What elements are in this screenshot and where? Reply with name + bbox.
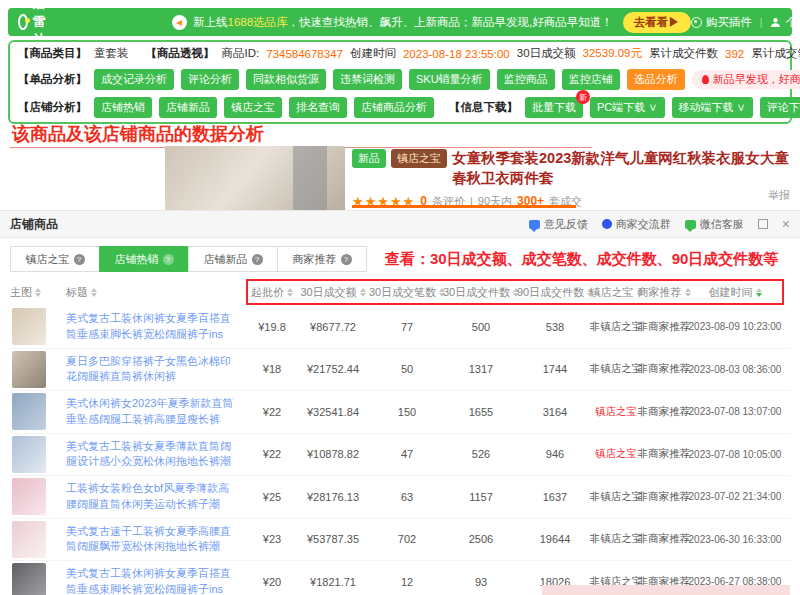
rank-query-button[interactable]: 排名查询 — [289, 97, 347, 118]
product-thumb[interactable] — [12, 521, 46, 558]
cell-price: ¥23 — [248, 533, 296, 545]
review-download-button[interactable]: 评论下载 ∨ — [760, 97, 800, 118]
cell-units30: 500 — [444, 321, 518, 333]
sort-icon-active[interactable] — [756, 288, 762, 297]
cell-price: ¥18 — [248, 363, 296, 375]
go-see-button[interactable]: 去看看▶ — [623, 12, 691, 33]
sort-icon[interactable] — [360, 288, 366, 297]
tab-shop-hot[interactable]: 店铺热销? — [99, 246, 189, 272]
divider: | — [760, 17, 763, 28]
banned-word-check-button[interactable]: 违禁词检测 — [333, 69, 402, 90]
header-gmv30[interactable]: 30日成交额 — [296, 285, 370, 300]
product-thumb[interactable] — [12, 563, 46, 595]
title-cell: 美式复古工装休闲裤女夏季百搭直筒垂感束脚长裤宽松阔腿裤子ins — [66, 311, 246, 342]
total-units-value: 392 — [725, 48, 744, 60]
header-recommend[interactable]: 商家推荐 — [640, 285, 688, 300]
product-title-link[interactable]: 美式休闲裤女2023年夏季新款直筒垂坠感阔腿工装裤高腰显瘦长裤 — [66, 396, 246, 427]
sort-icon[interactable] — [91, 288, 97, 297]
similar-supply-button[interactable]: 同款相似货源 — [246, 69, 326, 90]
header-units30[interactable]: 30日成交件数 — [444, 285, 518, 300]
cell-units90: 946 — [518, 448, 592, 460]
cell-gmv30: ¥8677.72 — [296, 321, 370, 333]
product-title-link[interactable]: 美式复古工装裤女夏季薄款直筒阔腿设计感小众宽松休闲拖地长裤潮 — [66, 439, 246, 470]
close-icon[interactable]: × — [782, 217, 790, 231]
cell-gmv30: ¥1821.71 — [296, 576, 370, 588]
help-icon[interactable]: ? — [163, 254, 174, 265]
cell-units30: 1157 — [444, 491, 518, 503]
feedback-link[interactable]: 意见反馈 — [529, 217, 588, 232]
tab-store-treasure[interactable]: 镇店之宝? — [10, 246, 100, 272]
account-link[interactable]: 个人中心 — [770, 15, 800, 30]
store-treasure-badge: 镇店之宝 — [391, 149, 447, 168]
panel-title: 店铺商品 — [10, 216, 58, 233]
tab-shop-new[interactable]: 店铺新品? — [188, 246, 278, 272]
product-thumb[interactable] — [12, 436, 46, 473]
header-units90[interactable]: 90日成交件数 — [518, 285, 592, 300]
product-thumb[interactable] — [12, 351, 46, 388]
cell-created: 2023-06-30 16:33:00 — [688, 534, 782, 545]
product-title: 女童秋季套装2023新款洋气儿童网红秋装衣服女大童春秋卫衣两件套 — [452, 148, 792, 189]
fullscreen-icon[interactable] — [758, 219, 768, 229]
promo-pill[interactable]: 新品早发现，好商品早知道! — [692, 70, 800, 89]
deal-record-analysis-button[interactable]: 成交记录分析 — [94, 69, 174, 90]
product-main-image[interactable] — [165, 146, 345, 210]
shop-new-button[interactable]: 店铺新品 — [159, 97, 217, 118]
product-title-link[interactable]: 美式复古工装休闲裤女夏季百搭直筒垂感束脚长裤宽松阔腿裤子ins — [66, 566, 246, 595]
new-product-badge: 新品 — [352, 149, 386, 168]
wechat-service-link[interactable]: 微信客服 — [685, 217, 744, 232]
header-orders30[interactable]: 30日成交笔数 — [370, 285, 444, 300]
table-row[interactable]: 美式复古速干工装裤女夏季高腰直筒阔腿飘带宽松休闲拖地长裤潮 ¥23 ¥53787… — [10, 519, 790, 562]
product-title-link[interactable]: 美式复古工装休闲裤女夏季百搭直筒垂感束脚长裤宽松阔腿裤子ins — [66, 311, 246, 342]
shop-hot-button[interactable]: 店铺热销 — [94, 97, 152, 118]
help-icon[interactable]: ? — [74, 254, 85, 265]
table-row[interactable]: 工装裤女装粉色女bf风夏季薄款高腰阔腿直筒休闲美运动长裤子潮 ¥25 ¥2817… — [10, 476, 790, 519]
table-row[interactable]: 美式复古工装裤女夏季薄款直筒阔腿设计感小众宽松休闲拖地长裤潮 ¥22 ¥1087… — [10, 434, 790, 477]
product-thumb[interactable] — [12, 393, 46, 430]
cell-orders30: 63 — [370, 491, 444, 503]
title-cell: 工装裤女装粉色女bf风夏季薄款高腰阔腿直筒休闲美运动长裤子潮 — [66, 481, 246, 512]
product-pick-analysis-button[interactable]: 选品分析 — [627, 69, 685, 90]
shop-treasure-button[interactable]: 镇店之宝 — [224, 97, 282, 118]
product-thumb[interactable] — [12, 478, 46, 515]
header-bestseller[interactable]: 镇店之宝 — [592, 285, 640, 300]
header-title[interactable]: 标题 — [66, 285, 246, 300]
merchant-group-link[interactable]: 商家交流群 — [602, 217, 671, 232]
monitor-product-button[interactable]: 监控商品 — [497, 69, 555, 90]
product-title-link[interactable]: 夏日多巴胺穿搭裤子女黑色冰棉印花阔腿裤直筒裤休闲裤 — [66, 354, 246, 385]
table-row[interactable]: 美式休闲裤女2023年夏季新款直筒垂坠感阔腿工装裤高腰显瘦长裤 ¥22 ¥325… — [10, 391, 790, 434]
buy-plugin-link[interactable]: 购买插件 — [691, 15, 752, 30]
cell-orders30: 12 — [370, 576, 444, 588]
download-label: 【信息下载】 — [449, 100, 518, 115]
header-created[interactable]: 创建时间 — [688, 285, 782, 300]
sort-icon[interactable] — [35, 288, 41, 297]
table-header-row: 主图 标题 起批价 30日成交额 30日成交笔数 30日成交件数 90日成交件数… — [10, 278, 790, 306]
monitor-shop-button[interactable]: 监控店铺 — [562, 69, 620, 90]
plugin-icon — [691, 17, 702, 28]
sku-sales-analysis-button[interactable]: SKU销量分析 — [409, 69, 490, 90]
help-icon[interactable]: ? — [252, 254, 263, 265]
product-title-link[interactable]: 工装裤女装粉色女bf风夏季薄款高腰阔腿直筒休闲美运动长裤子潮 — [66, 481, 246, 512]
pc-download-button[interactable]: PC端下载 ∨ — [590, 97, 665, 118]
sort-icon[interactable] — [287, 288, 293, 297]
shop-product-analysis-button[interactable]: 店铺商品分析 — [354, 97, 434, 118]
feedback-icon — [529, 220, 540, 229]
product-title-link[interactable]: 美式复古速干工装裤女夏季高腰直筒阔腿飘带宽松休闲拖地长裤潮 — [66, 524, 246, 555]
shop-analysis-label: 【店铺分析】 — [18, 100, 87, 115]
mobile-download-button[interactable]: 移动端下载 ∨ — [672, 97, 753, 118]
batch-download-button[interactable]: 批量下载 — [525, 97, 583, 118]
cell-units90: 19644 — [518, 533, 592, 545]
person-icon — [770, 17, 781, 28]
table-row[interactable]: 美式复古工装休闲裤女夏季百搭直筒垂感束脚长裤宽松阔腿裤子ins ¥19.8 ¥8… — [10, 306, 790, 349]
header-price[interactable]: 起批价 — [248, 285, 296, 300]
help-icon[interactable]: ? — [341, 254, 352, 265]
tab-merchant-recommend[interactable]: 商家推荐? — [277, 246, 367, 272]
highlight-strip — [542, 585, 790, 595]
insight-label: 【商品透视】 — [146, 46, 215, 61]
report-link[interactable]: 举报 — [768, 188, 790, 203]
product-thumb[interactable] — [12, 308, 46, 345]
header-thumb[interactable]: 主图 — [10, 285, 66, 300]
cell-units30: 2506 — [444, 533, 518, 545]
table-row[interactable]: 夏日多巴胺穿搭裤子女黑色冰棉印花阔腿裤直筒裤休闲裤 ¥18 ¥21752.44 … — [10, 349, 790, 392]
category-label: 【商品类目】 — [18, 46, 87, 61]
review-analysis-button[interactable]: 评论分析 — [181, 69, 239, 90]
